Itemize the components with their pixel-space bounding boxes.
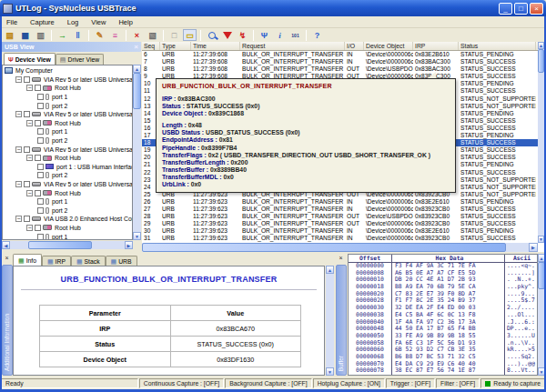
tree-item[interactable]: −Root Hub bbox=[3, 188, 132, 197]
expand-minus-icon[interactable]: − bbox=[26, 155, 33, 161]
tree-item[interactable]: port 2 bbox=[3, 136, 132, 146]
table-row[interactable]: 27URB11:27:39:623BULK_OR_INTERRUPT_TRANS… bbox=[142, 206, 538, 213]
menu-help[interactable]: Help bbox=[112, 17, 138, 27]
tree-item[interactable]: port 1 bbox=[3, 232, 132, 240]
expand-minus-icon[interactable]: − bbox=[15, 181, 22, 187]
expand-minus-icon[interactable]: − bbox=[15, 146, 22, 153]
expand-minus-icon[interactable]: − bbox=[15, 111, 22, 117]
start-capture-icon[interactable]: → bbox=[56, 29, 69, 41]
tree-item[interactable]: port 1 bbox=[3, 197, 132, 206]
column-header-io[interactable]: I/O bbox=[345, 42, 364, 50]
info-icon[interactable]: i bbox=[273, 29, 287, 41]
tree-item[interactable]: −Root Hub bbox=[3, 154, 132, 163]
checkbox[interactable] bbox=[37, 172, 44, 178]
column-header-irp[interactable]: IRP bbox=[413, 42, 459, 50]
tab-irp[interactable]: ▦IRP bbox=[42, 256, 71, 266]
checkbox[interactable] bbox=[24, 146, 30, 153]
column-header-status[interactable]: Status bbox=[459, 42, 536, 50]
clear-icon[interactable]: × bbox=[130, 29, 144, 41]
buffer-side-tab[interactable]: Buffer bbox=[336, 265, 347, 376]
raw-view-icon[interactable]: 101 bbox=[288, 29, 302, 41]
column-header-device[interactable]: Device Object bbox=[364, 42, 413, 50]
tree-item[interactable]: port 1 : USB Human Interface D bbox=[3, 163, 132, 172]
pause-capture-icon[interactable]: ‖ bbox=[71, 29, 85, 41]
checkbox[interactable] bbox=[37, 234, 44, 240]
tree-item[interactable]: port 2 bbox=[3, 206, 132, 216]
hex-row[interactable]: 0000007838 EC 87 E7 56 74 1E 878...Vt.. bbox=[349, 367, 537, 375]
tree-item[interactable]: −Root Hub bbox=[3, 224, 132, 233]
table-row[interactable]: 7URB11:27:39:608BULK_OR_INTERRUPT_TRANSF… bbox=[142, 58, 538, 65]
usb-view-close-icon[interactable]: × bbox=[134, 44, 138, 51]
tab-device-view[interactable]: ΨDevice View bbox=[4, 53, 56, 65]
expand-minus-icon[interactable]: − bbox=[26, 225, 33, 231]
checkbox[interactable] bbox=[35, 225, 41, 231]
tree-item[interactable]: port 1 bbox=[3, 127, 132, 136]
column-header-time[interactable]: Time bbox=[191, 42, 240, 50]
table-row[interactable]: 31URB11:27:39:623BULK_OR_INTERRUPT_TRANS… bbox=[142, 235, 538, 242]
table-row[interactable]: 8URB11:27:39:608BULK_OR_INTERRUPT_TRANSF… bbox=[142, 65, 538, 73]
usb-view-toggle-icon[interactable]: Ψ bbox=[258, 29, 271, 41]
tree-item[interactable]: −VIA Rev 5 or later USB Universal Host C bbox=[3, 145, 132, 154]
column-header-request[interactable]: Request bbox=[240, 42, 345, 50]
column-header-seq[interactable]: Seq bbox=[142, 42, 160, 50]
checkbox[interactable] bbox=[35, 190, 41, 196]
print-icon[interactable]: ▧ bbox=[146, 29, 159, 41]
expand-minus-icon[interactable]: − bbox=[15, 216, 22, 222]
expand-minus-icon[interactable]: − bbox=[26, 85, 33, 91]
tree-vertical-scrollbar[interactable]: ▲ ▼ bbox=[133, 65, 141, 240]
menu-capture[interactable]: Capture bbox=[24, 17, 61, 27]
tree-item[interactable]: −VIA USB 2.0 Enhanced Host Controller bbox=[3, 215, 132, 224]
tree-item[interactable]: −Root Hub bbox=[3, 119, 132, 128]
tree-item[interactable]: −VIA Rev 5 or later USB Universal Host C bbox=[3, 180, 132, 189]
checkbox[interactable] bbox=[37, 198, 44, 205]
tree-item[interactable]: My Computer bbox=[3, 66, 132, 75]
checkbox[interactable] bbox=[37, 103, 44, 109]
tab-urb[interactable]: ▦URB bbox=[106, 256, 137, 266]
info-panel-close-icon[interactable]: × bbox=[2, 254, 12, 263]
tab-stack[interactable]: ▦Stack bbox=[71, 256, 106, 266]
minimize-button[interactable]: _ bbox=[499, 3, 512, 15]
checkbox[interactable] bbox=[35, 120, 41, 126]
filter-icon[interactable] bbox=[220, 29, 234, 41]
table-row[interactable]: 26URB11:27:39:623BULK_OR_INTERRUPT_TRANS… bbox=[142, 198, 538, 206]
close-button[interactable]: × bbox=[530, 3, 543, 15]
table-row[interactable]: 28URB11:27:39:623BULK_OR_INTERRUPT_TRANS… bbox=[142, 213, 538, 220]
expand-minus-icon[interactable]: − bbox=[26, 190, 33, 196]
tree-item[interactable]: −VIA Rev 5 or later USB Universal Host C bbox=[3, 75, 132, 85]
export-log-icon[interactable]: ▥ bbox=[34, 29, 47, 41]
checkbox[interactable] bbox=[37, 137, 44, 144]
menu-file[interactable]: File bbox=[0, 17, 24, 27]
tab-driver-view[interactable]: ▤Driver View bbox=[56, 54, 104, 65]
info-vertical-scrollbar[interactable]: ▲ ▼ bbox=[326, 266, 334, 376]
edit-icon[interactable]: ✎ bbox=[93, 29, 106, 41]
tab-info[interactable]: ▦Info bbox=[13, 254, 42, 266]
checkbox[interactable] bbox=[24, 216, 30, 222]
table-row[interactable]: 6URB11:27:39:608BULK_OR_INTERRUPT_TRANSF… bbox=[142, 51, 538, 58]
tree-item[interactable]: −VIA Rev 5 or later USB Universal Host C bbox=[3, 110, 132, 119]
tree-item[interactable]: −Root Hub bbox=[3, 84, 132, 93]
new-view-icon[interactable]: □ bbox=[167, 29, 181, 41]
tree-item[interactable]: port 2 bbox=[3, 101, 132, 110]
table-vertical-scrollbar[interactable]: ▲ ▼ bbox=[538, 42, 544, 243]
menu-log[interactable]: Log bbox=[61, 17, 86, 27]
maximize-button[interactable]: □ bbox=[514, 3, 528, 15]
checkbox[interactable] bbox=[37, 128, 44, 135]
column-header-type[interactable]: Type bbox=[160, 42, 191, 50]
search-icon[interactable] bbox=[205, 29, 218, 41]
expand-minus-icon[interactable]: − bbox=[26, 120, 33, 126]
menu-view[interactable]: View bbox=[85, 17, 112, 27]
buffer-panel-close-icon[interactable]: × bbox=[336, 254, 346, 263]
checkbox[interactable] bbox=[37, 164, 44, 170]
save-log-icon[interactable]: ▦ bbox=[18, 29, 32, 41]
checkbox[interactable] bbox=[24, 111, 30, 117]
tooltip-toggle-icon[interactable]: ▭ bbox=[183, 29, 197, 41]
checkbox[interactable] bbox=[24, 76, 30, 83]
additional-information-side-tab[interactable]: Additional Information bbox=[2, 265, 13, 376]
tree-item[interactable]: port 2 bbox=[3, 171, 132, 180]
tree-item[interactable]: port 1 bbox=[3, 93, 132, 102]
checkbox[interactable] bbox=[35, 85, 41, 91]
table-horizontal-scrollbar[interactable]: ▶ bbox=[142, 243, 538, 252]
event-list-icon[interactable]: ≡ bbox=[108, 29, 122, 41]
checkbox[interactable] bbox=[35, 155, 41, 161]
checkbox[interactable] bbox=[37, 207, 44, 214]
